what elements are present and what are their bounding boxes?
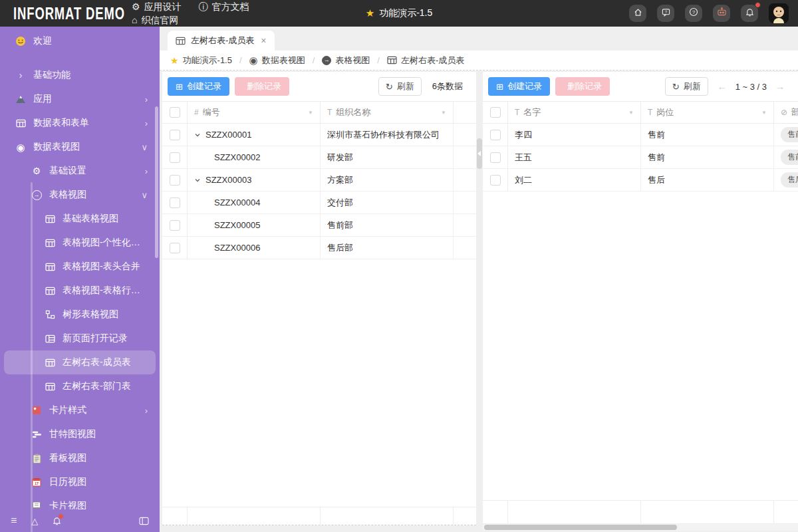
feedback-button[interactable]: ?	[657, 5, 674, 22]
row-checkbox[interactable]	[490, 130, 501, 140]
breadcrumb-item[interactable]: ◉数据表视图	[249, 55, 305, 66]
menu-icon[interactable]: ≡	[11, 515, 17, 527]
sidebar-item[interactable]: 基础表格视图	[4, 207, 156, 231]
column-dropdown-icon[interactable]: ▼	[628, 110, 634, 116]
user-avatar[interactable]	[769, 3, 789, 23]
sidebar-item[interactable]: 表格视图-表头合并	[4, 255, 156, 279]
table-row[interactable]: 刘二售后售后部	[483, 169, 798, 192]
message-icon: ?	[662, 7, 670, 19]
sidebar-item[interactable]: ›基础功能	[4, 63, 156, 87]
table-row[interactable]: SZZX00003方案部	[162, 169, 476, 192]
expand-caret-icon[interactable]	[194, 132, 201, 138]
notifications-button[interactable]	[741, 5, 758, 22]
table-row[interactable]: SZZX00005售前部	[162, 214, 476, 237]
column-header[interactable]: #编号▼	[188, 102, 321, 123]
sidebar-item[interactable]: 数据表和表单›	[4, 111, 156, 135]
chevron-down-icon: ∨	[141, 190, 148, 200]
chevron-down-icon: ∨	[141, 142, 148, 152]
row-checkbox[interactable]	[170, 130, 180, 140]
sidebar-item[interactable]: 表格视图-个性化…	[4, 231, 156, 255]
column-label: 编号	[203, 106, 220, 118]
tab-bar: 左树右表-成员表 ×	[160, 27, 798, 51]
home-button[interactable]	[629, 5, 646, 22]
robot-icon	[717, 7, 727, 19]
right-toolbar: ⊞ 创建记录 删除记录 ↻ 刷新 ← 1 ~ 3 / 3	[483, 72, 798, 101]
sidebar-nav: 欢迎›基础功能应用›数据表和表单›◉数据表视图∨⚙基础设置›→表格视图∨基础表格…	[0, 29, 160, 509]
assistant-button[interactable]	[713, 5, 730, 22]
arrow-circle-icon: →	[31, 190, 43, 200]
sidebar-item-label: 甘特图视图	[49, 428, 148, 440]
refresh-button[interactable]: ↻ 刷新	[665, 77, 708, 96]
tab-close-icon[interactable]: ×	[261, 35, 266, 46]
column-dropdown-icon[interactable]: ▼	[441, 110, 446, 116]
sidebar-item[interactable]: 卡片视图	[4, 494, 156, 509]
sidebar-item[interactable]: 树形表格视图	[4, 303, 156, 327]
sidebar-item[interactable]: 17日历视图	[4, 470, 156, 494]
refresh-button[interactable]: ↻ 刷新	[378, 77, 422, 96]
expand-caret-icon[interactable]	[194, 177, 201, 184]
select-all-checkbox[interactable]	[490, 107, 501, 118]
table-row[interactable]: SZZX00002研发部	[162, 146, 476, 169]
horizontal-scrollbar-thumb[interactable]	[484, 525, 677, 530]
plus-square-icon: ⊞	[496, 82, 503, 92]
column-header[interactable]: T组织名称▼	[321, 102, 454, 123]
table-row[interactable]: SZZX00006售后部	[162, 237, 476, 259]
column-dropdown-icon[interactable]: ▼	[308, 110, 313, 116]
table-row[interactable]: SZZX00004交付部	[162, 192, 476, 214]
breadcrumb-item[interactable]: →表格视图	[322, 55, 370, 66]
sidebar-item[interactable]: ◉数据表视图∨	[4, 135, 156, 159]
table-row[interactable]: SZZX00001深圳市基石协作科技有限公司	[162, 124, 476, 146]
column-header[interactable]: T名字▼	[508, 102, 641, 123]
sidebar-item[interactable]: ⚙基础设置›	[4, 159, 156, 183]
svg-text:?: ?	[692, 9, 695, 15]
collapse-icon[interactable]	[139, 517, 149, 525]
row-checkbox[interactable]	[490, 152, 501, 163]
delete-record-button[interactable]: 删除记录	[235, 77, 289, 96]
menu-item[interactable]: ⚙应用设计	[132, 0, 182, 13]
sidebar-item[interactable]: 左树右表-成员表	[4, 350, 156, 374]
cell-name: 刘二	[508, 169, 641, 191]
row-checkbox[interactable]	[170, 152, 180, 163]
row-checkbox[interactable]	[170, 175, 180, 186]
next-page-arrow-icon[interactable]: →	[775, 81, 785, 92]
tab-active[interactable]: 左树右表-成员表 ×	[168, 31, 275, 51]
sidebar-item[interactable]: 看板视图	[4, 446, 156, 470]
sidebar-item[interactable]: 应用›	[4, 87, 156, 111]
bell-icon[interactable]	[53, 516, 61, 525]
sidebar-item[interactable]: 欢迎	[4, 29, 156, 53]
breadcrumb-item[interactable]: ★功能演示-1.5	[170, 55, 232, 66]
star-icon: ★	[366, 7, 374, 19]
sidebar-item[interactable]: 表格视图-表格行…	[4, 279, 156, 303]
panel-splitter[interactable]	[477, 138, 482, 169]
breadcrumb-label: 数据表视图	[262, 55, 305, 66]
sidebar-item[interactable]: 卡片样式›	[4, 398, 156, 422]
breadcrumb-item[interactable]: 左树右表-成员表	[387, 55, 464, 66]
row-checkbox[interactable]	[490, 175, 501, 186]
prev-page-arrow-icon[interactable]: ←	[718, 81, 727, 92]
row-checkbox[interactable]	[170, 243, 180, 253]
help-button[interactable]: ?	[685, 5, 702, 22]
row-checkbox[interactable]	[170, 198, 180, 208]
column-header[interactable]: ⊘部门▼	[774, 102, 798, 123]
column-dropdown-icon[interactable]: ▼	[761, 110, 767, 116]
sidebar-item-label: 卡片视图	[49, 500, 148, 509]
create-record-button[interactable]: ⊞ 创建记录	[168, 77, 229, 96]
table-row[interactable]: 李四售前售前部	[483, 124, 798, 146]
cell-department: 售后部	[774, 169, 798, 191]
select-all-checkbox[interactable]	[170, 107, 180, 118]
sidebar-item[interactable]: 甘特图视图	[4, 422, 156, 446]
delete-record-button[interactable]: 删除记录	[555, 77, 610, 96]
sidebar-item[interactable]: →表格视图∨	[4, 183, 156, 207]
breadcrumb-label: 表格视图	[335, 55, 370, 66]
table-body: 李四售前售前部王五售前售前部刘二售后售后部	[483, 124, 798, 192]
menu-item[interactable]: ⌂织信官网	[132, 13, 178, 27]
column-header[interactable]: T岗位▼	[641, 102, 774, 123]
row-checkbox[interactable]	[170, 220, 180, 231]
table-row[interactable]: 王五售前售前部	[483, 146, 798, 169]
create-record-button[interactable]: ⊞ 创建记录	[488, 77, 550, 96]
gantt-icon	[31, 430, 43, 439]
menu-item[interactable]: ⓘ官方文档	[199, 0, 249, 13]
sidebar-item[interactable]: 新页面打开记录	[4, 327, 156, 350]
sidebar-item[interactable]: 左树右表-部门表	[4, 374, 156, 398]
notification-badge	[755, 2, 761, 8]
